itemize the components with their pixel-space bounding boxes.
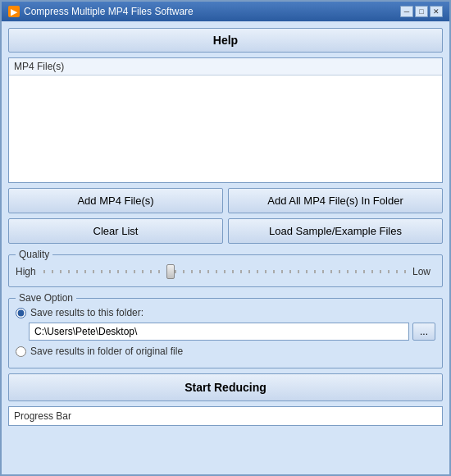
app-icon: ▶ — [8, 6, 20, 17]
slider-dots — [43, 270, 408, 273]
title-bar: ▶ Compress Multiple MP4 Files Software ─… — [2, 2, 449, 21]
browse-button[interactable]: ... — [412, 323, 435, 341]
clear-list-button[interactable]: Clear List — [8, 218, 223, 244]
quality-legend: Quality — [16, 249, 52, 260]
file-list-area[interactable] — [9, 76, 442, 182]
quality-low-label: Low — [412, 266, 435, 277]
load-sample-button[interactable]: Load Sample/Example Files — [228, 218, 443, 244]
quality-row: High Low — [16, 263, 435, 280]
add-mp4-button[interactable]: Add MP4 File(s) — [8, 188, 223, 213]
file-list-container: MP4 File(s) — [8, 57, 443, 183]
quality-section: Quality High Low — [8, 249, 443, 287]
content-area: Help MP4 File(s) Add MP4 File(s) Add All… — [2, 21, 449, 474]
save-in-original-radio[interactable] — [16, 346, 26, 357]
save-in-original-label: Save results in folder of original file — [30, 346, 183, 357]
quality-high-label: High — [16, 266, 39, 277]
minimize-button[interactable]: ─ — [400, 6, 413, 17]
clear-load-row: Clear List Load Sample/Example Files — [8, 218, 443, 244]
progress-bar: Progress Bar — [8, 406, 443, 426]
save-option-legend: Save Option — [16, 292, 76, 304]
radio-row-2: Save results in folder of original file — [16, 346, 435, 357]
window-title: Compress Multiple MP4 Files Software — [24, 6, 194, 17]
title-bar-left: ▶ Compress Multiple MP4 Files Software — [8, 6, 194, 17]
save-option-section: Save Option Save results to this folder:… — [8, 292, 443, 368]
close-button[interactable]: ✕ — [430, 6, 443, 17]
add-all-button[interactable]: Add All MP4 File(s) In Folder — [228, 188, 443, 213]
start-reducing-button[interactable]: Start Reducing — [8, 373, 443, 401]
folder-row: ... — [29, 323, 435, 341]
save-to-folder-radio[interactable] — [16, 308, 26, 318]
main-window: ▶ Compress Multiple MP4 Files Software ─… — [0, 0, 451, 476]
quality-slider-track — [43, 263, 408, 280]
help-button[interactable]: Help — [8, 28, 443, 53]
folder-path-input[interactable] — [29, 323, 409, 341]
title-bar-controls: ─ □ ✕ — [400, 6, 443, 17]
file-list-label: MP4 File(s) — [9, 58, 442, 76]
radio-row-1: Save results to this folder: — [16, 307, 435, 318]
add-buttons-row: Add MP4 File(s) Add All MP4 File(s) In F… — [8, 188, 443, 213]
save-to-folder-label: Save results to this folder: — [30, 307, 144, 318]
maximize-button[interactable]: □ — [415, 6, 428, 17]
slider-thumb[interactable] — [166, 264, 175, 279]
